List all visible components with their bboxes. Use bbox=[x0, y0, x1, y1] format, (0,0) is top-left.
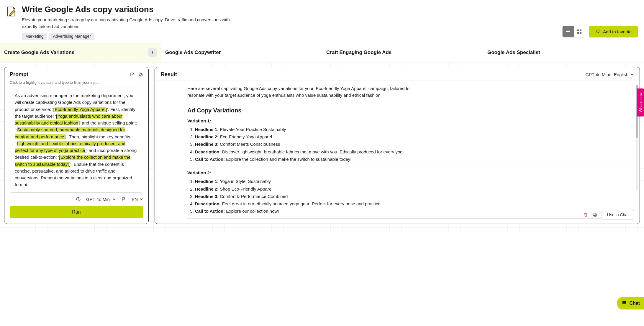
tab-label: Google Ads Copywriter bbox=[165, 50, 221, 55]
variation-item: Headline 1: Yoga in Style, Sustainably bbox=[195, 178, 631, 185]
result-panel: Result GPT 4o Mini - English Here are se… bbox=[155, 67, 640, 224]
delete-icon[interactable] bbox=[583, 212, 588, 217]
tags-row: Marketing Advertising Manager bbox=[22, 33, 558, 40]
whats-new-tab[interactable]: What's new bbox=[637, 89, 644, 117]
svg-rect-0 bbox=[577, 30, 579, 31]
page-description: Elevate your marketing strategy by craft… bbox=[22, 17, 240, 30]
tab-label: Google Ads Specialist bbox=[487, 50, 540, 55]
result-model-dropdown[interactable]: GPT 4o Mini - English bbox=[585, 72, 634, 77]
add-to-favorite-button[interactable]: Add to favorite bbox=[589, 26, 638, 37]
run-button[interactable]: Run bbox=[10, 206, 143, 218]
refresh-icon[interactable] bbox=[130, 72, 135, 77]
template-tabs: Create Google Ads Variations Google Ads … bbox=[0, 43, 644, 62]
tab-create-variations[interactable]: Create Google Ads Variations bbox=[0, 43, 161, 62]
result-model-label: GPT 4o Mini - English bbox=[585, 72, 628, 77]
chevron-down-icon bbox=[630, 72, 634, 77]
page-header: Write Google Ads copy variations Elevate… bbox=[0, 0, 644, 43]
prompt-title: Prompt bbox=[10, 71, 28, 78]
variation-list: Headline 1: Elevate Your Practice Sustai… bbox=[187, 126, 631, 163]
help-icon[interactable] bbox=[76, 197, 81, 202]
variation-item: Headline 2: Eco-Friendly Yoga Apparel bbox=[195, 133, 631, 140]
prompt-panel: Prompt Click to a highlight variable and… bbox=[4, 67, 149, 224]
tag-advertising-manager[interactable]: Advertising Manager bbox=[49, 33, 94, 40]
tab-label: Create Google Ads Variations bbox=[4, 50, 74, 55]
list-view-button[interactable] bbox=[563, 26, 574, 37]
svg-rect-3 bbox=[580, 32, 581, 34]
result-intro: Here are several captivating Google Ads … bbox=[187, 85, 412, 99]
variation-heading: Variation 1: bbox=[187, 117, 631, 124]
view-toggle bbox=[562, 26, 585, 37]
svg-rect-8 bbox=[139, 73, 142, 76]
language-dropdown[interactable]: EN bbox=[132, 197, 143, 202]
svg-point-6 bbox=[152, 53, 153, 54]
tab-copywriter[interactable]: Google Ads Copywriter bbox=[161, 43, 322, 62]
variation-item: Headline 3: Comfort Meets Consciousness bbox=[195, 141, 631, 148]
svg-rect-7 bbox=[140, 74, 142, 76]
variation-item: Description: Feel great in our ethically… bbox=[195, 200, 631, 207]
model-dropdown[interactable]: GPT 4o Mini bbox=[86, 197, 116, 202]
svg-rect-2 bbox=[577, 32, 579, 34]
result-content: Here are several captivating Google Ads … bbox=[155, 81, 640, 219]
variation-item: Call to Action: Explore our collection n… bbox=[195, 208, 631, 214]
svg-point-5 bbox=[152, 52, 153, 53]
svg-rect-11 bbox=[594, 214, 597, 217]
variation-list: Headline 1: Yoga in Style, SustainablyHe… bbox=[187, 178, 631, 214]
svg-rect-1 bbox=[580, 30, 581, 31]
prompt-hint: Click to a highlight variable and type t… bbox=[4, 79, 148, 88]
favorite-label: Add to favorite bbox=[603, 29, 632, 34]
page-title: Write Google Ads copy variations bbox=[22, 5, 558, 14]
svg-rect-12 bbox=[593, 213, 596, 216]
variation-item: Call to Action: Explore the collection a… bbox=[195, 156, 631, 163]
heart-icon bbox=[595, 29, 600, 35]
variation-item: Headline 3: Comfort & Performance Combin… bbox=[195, 193, 631, 200]
use-in-chat-button[interactable]: Use in Chat bbox=[602, 210, 634, 219]
result-section-title: Ad Copy Variations bbox=[187, 106, 631, 115]
tab-menu-button[interactable] bbox=[148, 48, 157, 57]
copy-result-icon[interactable] bbox=[592, 212, 597, 217]
model-label: GPT 4o Mini bbox=[86, 197, 111, 202]
variation-heading: Variation 2: bbox=[187, 169, 631, 176]
chevron-down-icon bbox=[112, 197, 116, 202]
lang-label: EN bbox=[132, 197, 138, 202]
variation-item: Headline 2: Shop Eco-Friendly Apparel bbox=[195, 186, 631, 192]
variation-item: Headline 1: Elevate Your Practice Sustai… bbox=[195, 126, 631, 133]
grid-view-button[interactable] bbox=[574, 26, 585, 37]
copy-icon[interactable] bbox=[138, 72, 143, 77]
page-icon bbox=[6, 6, 17, 17]
tab-label: Craft Engaging Google Ads bbox=[326, 50, 391, 55]
svg-point-4 bbox=[152, 51, 153, 51]
tab-specialist[interactable]: Google Ads Specialist bbox=[483, 43, 644, 62]
tab-craft-engaging[interactable]: Craft Engaging Google Ads bbox=[322, 43, 483, 62]
result-title: Result bbox=[161, 71, 177, 78]
flag-icon[interactable] bbox=[121, 197, 126, 202]
prompt-textarea[interactable]: As an advertising manager in the marketi… bbox=[10, 88, 143, 193]
tag-marketing[interactable]: Marketing bbox=[22, 33, 47, 40]
svg-point-10 bbox=[78, 200, 78, 200]
prompt-variable[interactable]: Eco-friendly Yoga Apparel bbox=[55, 107, 106, 112]
variation-item: Description: Discover lightweight, breat… bbox=[195, 148, 631, 155]
chevron-down-icon bbox=[140, 197, 143, 202]
